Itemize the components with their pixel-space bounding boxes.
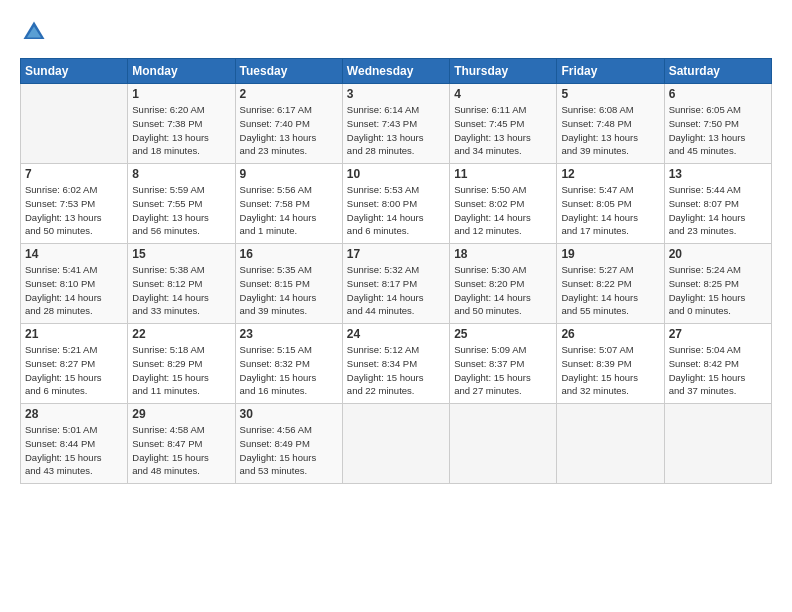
- header-cell-sunday: Sunday: [21, 59, 128, 84]
- day-info: Sunrise: 5:41 AM Sunset: 8:10 PM Dayligh…: [25, 263, 123, 318]
- day-cell: 3Sunrise: 6:14 AM Sunset: 7:43 PM Daylig…: [342, 84, 449, 164]
- day-info: Sunrise: 5:04 AM Sunset: 8:42 PM Dayligh…: [669, 343, 767, 398]
- day-cell: [342, 404, 449, 484]
- day-info: Sunrise: 5:47 AM Sunset: 8:05 PM Dayligh…: [561, 183, 659, 238]
- day-number: 4: [454, 87, 552, 101]
- day-number: 24: [347, 327, 445, 341]
- day-info: Sunrise: 5:12 AM Sunset: 8:34 PM Dayligh…: [347, 343, 445, 398]
- day-cell: [664, 404, 771, 484]
- day-number: 8: [132, 167, 230, 181]
- day-info: Sunrise: 5:32 AM Sunset: 8:17 PM Dayligh…: [347, 263, 445, 318]
- day-info: Sunrise: 5:24 AM Sunset: 8:25 PM Dayligh…: [669, 263, 767, 318]
- day-number: 23: [240, 327, 338, 341]
- day-number: 3: [347, 87, 445, 101]
- day-cell: [21, 84, 128, 164]
- calendar-table: SundayMondayTuesdayWednesdayThursdayFrid…: [20, 58, 772, 484]
- day-info: Sunrise: 6:02 AM Sunset: 7:53 PM Dayligh…: [25, 183, 123, 238]
- week-row-5: 28Sunrise: 5:01 AM Sunset: 8:44 PM Dayli…: [21, 404, 772, 484]
- day-number: 5: [561, 87, 659, 101]
- day-number: 16: [240, 247, 338, 261]
- day-cell: 6Sunrise: 6:05 AM Sunset: 7:50 PM Daylig…: [664, 84, 771, 164]
- calendar-header: SundayMondayTuesdayWednesdayThursdayFrid…: [21, 59, 772, 84]
- day-cell: 30Sunrise: 4:56 AM Sunset: 8:49 PM Dayli…: [235, 404, 342, 484]
- day-number: 9: [240, 167, 338, 181]
- day-number: 25: [454, 327, 552, 341]
- header-row: SundayMondayTuesdayWednesdayThursdayFrid…: [21, 59, 772, 84]
- day-cell: 8Sunrise: 5:59 AM Sunset: 7:55 PM Daylig…: [128, 164, 235, 244]
- day-cell: 18Sunrise: 5:30 AM Sunset: 8:20 PM Dayli…: [450, 244, 557, 324]
- day-number: 20: [669, 247, 767, 261]
- day-info: Sunrise: 4:58 AM Sunset: 8:47 PM Dayligh…: [132, 423, 230, 478]
- day-cell: [557, 404, 664, 484]
- day-number: 2: [240, 87, 338, 101]
- day-info: Sunrise: 5:15 AM Sunset: 8:32 PM Dayligh…: [240, 343, 338, 398]
- day-info: Sunrise: 6:20 AM Sunset: 7:38 PM Dayligh…: [132, 103, 230, 158]
- day-info: Sunrise: 5:35 AM Sunset: 8:15 PM Dayligh…: [240, 263, 338, 318]
- day-number: 19: [561, 247, 659, 261]
- day-info: Sunrise: 5:38 AM Sunset: 8:12 PM Dayligh…: [132, 263, 230, 318]
- logo: [20, 18, 52, 46]
- day-cell: 9Sunrise: 5:56 AM Sunset: 7:58 PM Daylig…: [235, 164, 342, 244]
- header-cell-thursday: Thursday: [450, 59, 557, 84]
- day-cell: 28Sunrise: 5:01 AM Sunset: 8:44 PM Dayli…: [21, 404, 128, 484]
- day-cell: 12Sunrise: 5:47 AM Sunset: 8:05 PM Dayli…: [557, 164, 664, 244]
- day-number: 13: [669, 167, 767, 181]
- day-number: 6: [669, 87, 767, 101]
- day-info: Sunrise: 5:07 AM Sunset: 8:39 PM Dayligh…: [561, 343, 659, 398]
- header-cell-saturday: Saturday: [664, 59, 771, 84]
- day-number: 1: [132, 87, 230, 101]
- day-cell: 16Sunrise: 5:35 AM Sunset: 8:15 PM Dayli…: [235, 244, 342, 324]
- day-number: 18: [454, 247, 552, 261]
- day-cell: 20Sunrise: 5:24 AM Sunset: 8:25 PM Dayli…: [664, 244, 771, 324]
- week-row-1: 1Sunrise: 6:20 AM Sunset: 7:38 PM Daylig…: [21, 84, 772, 164]
- day-number: 22: [132, 327, 230, 341]
- week-row-3: 14Sunrise: 5:41 AM Sunset: 8:10 PM Dayli…: [21, 244, 772, 324]
- day-cell: 5Sunrise: 6:08 AM Sunset: 7:48 PM Daylig…: [557, 84, 664, 164]
- header: [20, 18, 772, 46]
- day-number: 28: [25, 407, 123, 421]
- day-info: Sunrise: 6:08 AM Sunset: 7:48 PM Dayligh…: [561, 103, 659, 158]
- header-cell-tuesday: Tuesday: [235, 59, 342, 84]
- header-cell-friday: Friday: [557, 59, 664, 84]
- day-number: 12: [561, 167, 659, 181]
- day-number: 11: [454, 167, 552, 181]
- day-cell: 7Sunrise: 6:02 AM Sunset: 7:53 PM Daylig…: [21, 164, 128, 244]
- week-row-2: 7Sunrise: 6:02 AM Sunset: 7:53 PM Daylig…: [21, 164, 772, 244]
- day-cell: 23Sunrise: 5:15 AM Sunset: 8:32 PM Dayli…: [235, 324, 342, 404]
- day-info: Sunrise: 5:30 AM Sunset: 8:20 PM Dayligh…: [454, 263, 552, 318]
- day-cell: 10Sunrise: 5:53 AM Sunset: 8:00 PM Dayli…: [342, 164, 449, 244]
- day-info: Sunrise: 5:21 AM Sunset: 8:27 PM Dayligh…: [25, 343, 123, 398]
- page-container: SundayMondayTuesdayWednesdayThursdayFrid…: [0, 0, 792, 494]
- day-cell: 17Sunrise: 5:32 AM Sunset: 8:17 PM Dayli…: [342, 244, 449, 324]
- day-info: Sunrise: 6:11 AM Sunset: 7:45 PM Dayligh…: [454, 103, 552, 158]
- day-cell: 26Sunrise: 5:07 AM Sunset: 8:39 PM Dayli…: [557, 324, 664, 404]
- day-number: 15: [132, 247, 230, 261]
- day-cell: 1Sunrise: 6:20 AM Sunset: 7:38 PM Daylig…: [128, 84, 235, 164]
- day-cell: [450, 404, 557, 484]
- day-cell: 2Sunrise: 6:17 AM Sunset: 7:40 PM Daylig…: [235, 84, 342, 164]
- day-number: 26: [561, 327, 659, 341]
- day-cell: 21Sunrise: 5:21 AM Sunset: 8:27 PM Dayli…: [21, 324, 128, 404]
- week-row-4: 21Sunrise: 5:21 AM Sunset: 8:27 PM Dayli…: [21, 324, 772, 404]
- calendar-body: 1Sunrise: 6:20 AM Sunset: 7:38 PM Daylig…: [21, 84, 772, 484]
- day-number: 7: [25, 167, 123, 181]
- day-number: 14: [25, 247, 123, 261]
- day-number: 17: [347, 247, 445, 261]
- day-info: Sunrise: 6:14 AM Sunset: 7:43 PM Dayligh…: [347, 103, 445, 158]
- day-info: Sunrise: 6:17 AM Sunset: 7:40 PM Dayligh…: [240, 103, 338, 158]
- day-cell: 14Sunrise: 5:41 AM Sunset: 8:10 PM Dayli…: [21, 244, 128, 324]
- day-info: Sunrise: 4:56 AM Sunset: 8:49 PM Dayligh…: [240, 423, 338, 478]
- logo-icon: [20, 18, 48, 46]
- day-info: Sunrise: 5:44 AM Sunset: 8:07 PM Dayligh…: [669, 183, 767, 238]
- day-number: 21: [25, 327, 123, 341]
- day-cell: 27Sunrise: 5:04 AM Sunset: 8:42 PM Dayli…: [664, 324, 771, 404]
- day-cell: 24Sunrise: 5:12 AM Sunset: 8:34 PM Dayli…: [342, 324, 449, 404]
- day-info: Sunrise: 5:59 AM Sunset: 7:55 PM Dayligh…: [132, 183, 230, 238]
- day-number: 29: [132, 407, 230, 421]
- header-cell-monday: Monday: [128, 59, 235, 84]
- day-cell: 25Sunrise: 5:09 AM Sunset: 8:37 PM Dayli…: [450, 324, 557, 404]
- day-number: 30: [240, 407, 338, 421]
- day-cell: 22Sunrise: 5:18 AM Sunset: 8:29 PM Dayli…: [128, 324, 235, 404]
- day-info: Sunrise: 5:18 AM Sunset: 8:29 PM Dayligh…: [132, 343, 230, 398]
- day-cell: 15Sunrise: 5:38 AM Sunset: 8:12 PM Dayli…: [128, 244, 235, 324]
